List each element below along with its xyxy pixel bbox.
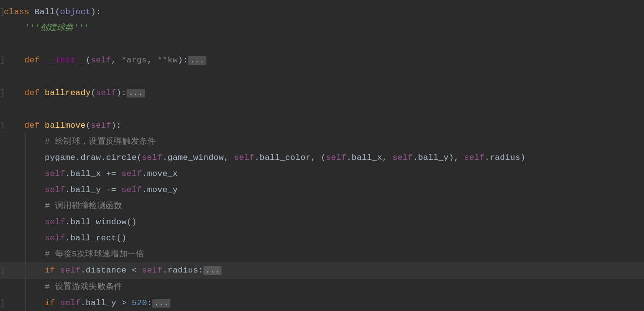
comment: # 设置游戏失败条件 — [45, 282, 122, 292]
code-line: self.ball_x += self.move_x — [0, 166, 644, 182]
code-editor[interactable]: ]class Ball(object): '''创建球类''' ] def __… — [0, 0, 644, 311]
code-line-blank — [0, 101, 644, 117]
func-ballready: ballready — [45, 88, 91, 97]
fold-ellipsis[interactable]: ... — [152, 299, 171, 308]
param-self: self — [91, 121, 111, 130]
gutter-mark: ] — [0, 117, 5, 134]
code-line-blank — [0, 69, 644, 85]
keyword-def: def — [24, 56, 40, 65]
code-line: ] if self.distance < self.radius:... — [0, 262, 644, 279]
code-line: '''创建球类''' — [0, 20, 644, 36]
number-literal: 520 — [132, 298, 147, 308]
code-line: ] def ballready(self):... — [0, 85, 644, 101]
param-self: self — [91, 56, 111, 65]
keyword-if: if — [45, 266, 55, 275]
fold-ellipsis[interactable]: ... — [127, 89, 145, 97]
gutter-mark: ] — [0, 4, 5, 20]
keyword-class: class — [4, 7, 30, 17]
param-self: self — [96, 88, 116, 97]
docstring: '''创建球类''' — [24, 23, 89, 33]
comment: # 调用碰撞检测函数 — [45, 201, 122, 211]
builtin-object: object — [60, 7, 91, 17]
gutter-mark: ] — [0, 295, 5, 311]
code-line-blank — [0, 36, 644, 52]
code-line: pygame.draw.circle(self.game_window, sel… — [0, 150, 644, 166]
code-line: ] def ballmove(self): — [0, 117, 644, 134]
gutter-mark: ] — [0, 52, 5, 68]
code-line: self.ball_y -= self.move_y — [0, 182, 644, 198]
comment: # 每接5次球球速增加一倍 — [45, 250, 145, 259]
code-line: ] def __init__(self, *args, **kw):... — [0, 52, 644, 69]
param-args: *args — [122, 56, 147, 65]
func-ballmove: ballmove — [45, 121, 86, 130]
code-line: # 设置游戏失败条件 — [0, 279, 644, 295]
keyword-def: def — [24, 121, 40, 130]
class-name: Ball — [35, 7, 55, 17]
gutter-mark: ] — [0, 85, 5, 101]
fold-ellipsis[interactable]: ... — [203, 266, 222, 275]
code-line: ]class Ball(object): — [0, 4, 644, 20]
code-line: # 每接5次球球速增加一倍 — [0, 246, 644, 262]
gutter-mark: ] — [0, 262, 5, 278]
param-kw: **kw — [157, 56, 178, 65]
keyword-if: if — [45, 298, 55, 308]
code-line: # 绘制球，设置反弹触发条件 — [0, 134, 644, 150]
comment: # 绘制球，设置反弹触发条件 — [45, 137, 156, 146]
fold-ellipsis[interactable]: ... — [188, 56, 206, 65]
code-line: self.ball_window() — [0, 214, 644, 230]
dunder-init: __init__ — [45, 56, 86, 65]
code-line: # 调用碰撞检测函数 — [0, 198, 644, 214]
keyword-def: def — [24, 88, 40, 97]
code-line: ] if self.ball_y > 520:... — [0, 295, 644, 311]
code-line: self.ball_rect() — [0, 230, 644, 246]
